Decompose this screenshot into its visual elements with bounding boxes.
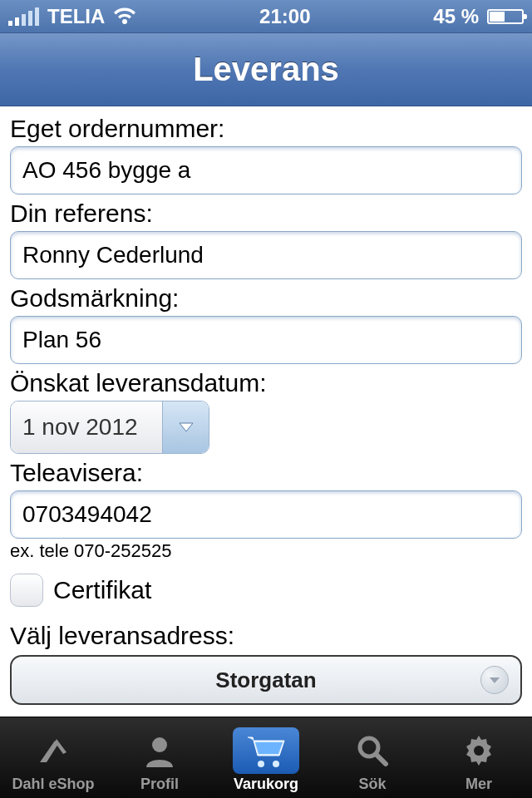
dropdown-button[interactable]: [162, 401, 209, 453]
tele-hint: ex. tele 070-252525: [10, 540, 522, 562]
address-label: Välj leveransadress:: [10, 622, 522, 650]
reference-value: Ronny Cederlund: [22, 242, 204, 268]
tab-search-label: Sök: [358, 776, 386, 793]
svg-point-2: [152, 737, 167, 752]
delivery-date-label: Önskat leveransdatum:: [10, 369, 522, 397]
tabbar: Dahl eShop Profil Varukorg: [0, 717, 532, 798]
certificate-label: Certifikat: [53, 576, 151, 604]
tab-more-label: Mer: [466, 776, 492, 793]
expand-icon: [480, 666, 509, 694]
order-number-label: Eget ordernummer:: [10, 115, 522, 143]
eshop-icon: [35, 734, 71, 767]
tab-profile-label: Profil: [140, 776, 179, 793]
tab-eshop-label: Dahl eShop: [12, 776, 94, 793]
carrier-label: TELIA: [47, 5, 105, 28]
battery-percent: 45 %: [433, 5, 479, 28]
titlebar: Leverans: [0, 33, 532, 106]
address-select[interactable]: Storgatan: [10, 655, 522, 705]
tab-more[interactable]: Mer: [426, 717, 532, 798]
svg-point-4: [273, 761, 279, 767]
svg-point-7: [474, 746, 484, 756]
tab-cart-label: Varukorg: [234, 776, 298, 793]
order-number-input[interactable]: AO 456 bygge a: [10, 146, 522, 195]
delivery-date-select[interactable]: 1 nov 2012: [10, 401, 209, 454]
address-value: Storgatan: [215, 667, 316, 693]
tele-label: Teleavisera:: [10, 459, 522, 487]
chevron-down-icon: [178, 421, 195, 433]
signal-bars-icon: [8, 7, 39, 26]
battery-icon: [487, 9, 524, 24]
profile-icon: [143, 734, 176, 767]
tele-input[interactable]: 0703494042: [10, 490, 522, 539]
search-icon: [356, 734, 389, 767]
goods-marking-value: Plan 56: [22, 327, 101, 353]
tab-search[interactable]: Sök: [319, 717, 426, 798]
delivery-date-value: 1 nov 2012: [11, 401, 162, 453]
form-content: Eget ordernummer: AO 456 bygge a Din ref…: [0, 106, 532, 717]
goods-marking-input[interactable]: Plan 56: [10, 316, 522, 364]
cart-icon: [244, 732, 288, 769]
goods-marking-label: Godsmärkning:: [10, 284, 522, 313]
order-number-value: AO 456 bygge a: [22, 157, 190, 184]
statusbar: TELIA 21:00 45 %: [0, 0, 532, 33]
page-title: Leverans: [193, 51, 339, 88]
certificate-checkbox[interactable]: [10, 574, 43, 607]
reference-label: Din referens:: [10, 200, 522, 228]
gear-icon: [461, 733, 496, 768]
tele-value: 0703494042: [22, 501, 152, 528]
svg-marker-1: [490, 677, 500, 683]
tab-profile[interactable]: Profil: [106, 717, 213, 798]
wifi-icon: [113, 7, 136, 26]
clock: 21:00: [259, 5, 310, 28]
svg-marker-0: [180, 423, 193, 431]
reference-input[interactable]: Ronny Cederlund: [10, 231, 522, 279]
tab-eshop[interactable]: Dahl eShop: [0, 717, 106, 798]
svg-line-6: [377, 755, 386, 764]
svg-point-3: [258, 761, 264, 767]
tab-cart[interactable]: Varukorg: [213, 717, 319, 798]
